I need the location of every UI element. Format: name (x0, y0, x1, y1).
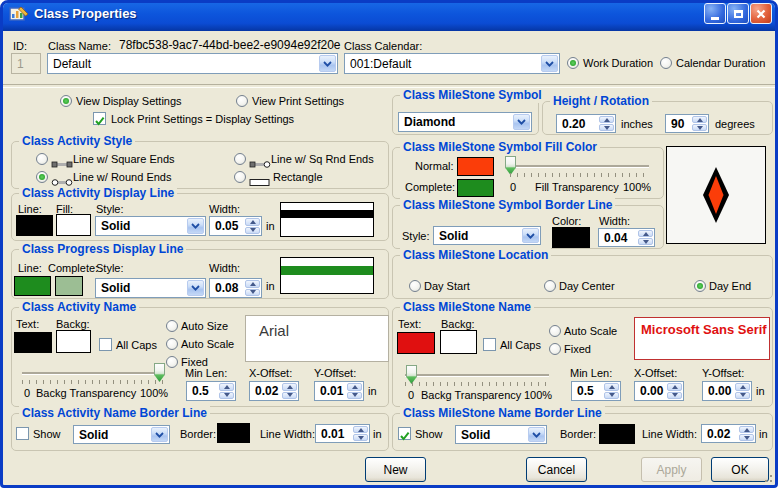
maximize-button[interactable] (727, 3, 749, 24)
new-button[interactable]: New (365, 457, 426, 482)
milestone-border-color-swatch[interactable] (552, 227, 590, 248)
show-border-checkbox[interactable] (398, 427, 411, 440)
milestone-symbol-dropdown[interactable]: Diamond (398, 112, 532, 132)
minimize-button[interactable] (704, 3, 726, 24)
spinner-down-icon[interactable] (245, 227, 260, 235)
view-print-settings-radio[interactable] (236, 95, 248, 107)
show-border-checkbox[interactable] (16, 427, 29, 440)
progress-complete-color-swatch[interactable] (55, 276, 83, 296)
line-round-ends-radio[interactable] (36, 171, 48, 183)
fill-color-swatch[interactable] (56, 214, 91, 236)
lock-print-settings-label[interactable]: Lock Print Settings = Display Settings (111, 113, 294, 125)
min-len-spinner[interactable]: 0.5 (571, 381, 621, 401)
progress-style-dropdown[interactable]: Solid (95, 278, 206, 298)
line-sq-rnd-ends-label[interactable]: Line w/ Sq Rnd Ends (271, 153, 374, 165)
dropdown-arrow-icon[interactable] (319, 55, 336, 72)
min-len-spinner[interactable]: 0.5 (186, 381, 236, 401)
auto-scale-label[interactable]: Auto Scale (181, 338, 234, 350)
y-offset-spinner[interactable]: 0.01 (314, 381, 364, 401)
work-duration-radio[interactable] (567, 57, 579, 69)
calendar-duration-label[interactable]: Calendar Duration (676, 57, 765, 69)
spinner-up-icon[interactable] (735, 383, 750, 391)
close-button[interactable] (750, 3, 772, 24)
line-round-ends-label[interactable]: Line w/ Round Ends (73, 171, 171, 183)
lock-print-settings-checkbox[interactable] (93, 112, 106, 125)
spinner-down-icon[interactable] (245, 289, 260, 297)
spinner-up-icon[interactable] (638, 230, 653, 237)
x-offset-spinner[interactable]: 0.00 (634, 381, 684, 401)
spinner-down-icon[interactable] (604, 392, 619, 400)
milestone-border-width-spinner[interactable]: 0.04 (598, 228, 655, 247)
spinner-down-icon[interactable] (735, 392, 750, 400)
day-start-radio[interactable] (409, 280, 421, 292)
spinner-up-icon[interactable] (347, 383, 362, 391)
x-offset-spinner[interactable]: 0.02 (249, 381, 299, 401)
spinner-down-icon[interactable] (219, 392, 234, 400)
dropdown-arrow-icon[interactable] (528, 427, 545, 442)
fixed-radio[interactable] (166, 356, 178, 368)
fixed-label[interactable]: Fixed (564, 343, 591, 355)
auto-size-label[interactable]: Auto Size (181, 320, 228, 332)
border-color-swatch[interactable] (599, 424, 635, 444)
line-sq-rnd-ends-radio[interactable] (234, 153, 246, 165)
auto-scale-label[interactable]: Auto Scale (564, 325, 617, 337)
dropdown-arrow-icon[interactable] (541, 55, 558, 72)
line-square-ends-label[interactable]: Line w/ Square Ends (73, 153, 175, 165)
rectangle-radio[interactable] (234, 171, 246, 183)
line-color-swatch[interactable] (16, 215, 53, 236)
border-color-swatch[interactable] (217, 423, 250, 443)
fixed-radio[interactable] (549, 343, 561, 355)
border-line-width-spinner[interactable]: 0.02 (701, 424, 756, 443)
cancel-button[interactable]: Cancel (526, 457, 587, 482)
view-display-settings-radio[interactable] (60, 95, 72, 107)
class-name-dropdown[interactable]: Default (47, 53, 338, 74)
border-line-width-spinner[interactable]: 0.01 (315, 424, 370, 443)
text-color-swatch[interactable] (397, 332, 435, 354)
backg-color-swatch[interactable] (56, 330, 91, 353)
spinner-up-icon[interactable] (604, 383, 619, 391)
fill-transparency-slider-track[interactable] (507, 165, 649, 167)
rotation-spinner[interactable]: 90 (665, 114, 709, 133)
normal-fill-swatch[interactable] (457, 157, 494, 176)
progress-line-color-swatch[interactable] (14, 276, 51, 296)
auto-scale-radio[interactable] (166, 338, 178, 350)
height-spinner[interactable]: 0.20 (556, 114, 616, 133)
spinner-down-icon[interactable] (347, 392, 362, 400)
spinner-up-icon[interactable] (353, 426, 368, 433)
border-style-dropdown[interactable]: Solid (455, 425, 547, 444)
show-label[interactable]: Show (33, 428, 61, 440)
day-start-label[interactable]: Day Start (424, 280, 470, 292)
spinner-up-icon[interactable] (282, 383, 297, 391)
progress-width-spinner[interactable]: 0.08 (209, 278, 262, 298)
all-caps-label[interactable]: All Caps (500, 339, 541, 351)
spinner-down-icon[interactable] (638, 238, 653, 245)
day-center-radio[interactable] (544, 280, 556, 292)
line-style-dropdown[interactable]: Solid (95, 216, 206, 236)
border-style-dropdown[interactable]: Solid (73, 425, 170, 444)
spinner-down-icon[interactable] (599, 124, 614, 131)
spinner-down-icon[interactable] (353, 434, 368, 441)
backg-transparency-slider-track[interactable] (405, 374, 549, 376)
dropdown-arrow-icon[interactable] (513, 114, 530, 130)
spinner-down-icon[interactable] (692, 124, 707, 131)
show-label[interactable]: Show (415, 428, 443, 440)
all-caps-checkbox[interactable] (99, 338, 112, 351)
rectangle-label[interactable]: Rectangle (273, 171, 323, 183)
auto-scale-radio[interactable] (549, 325, 561, 337)
dropdown-arrow-icon[interactable] (187, 280, 204, 296)
view-display-settings-label[interactable]: View Display Settings (76, 95, 182, 107)
auto-size-radio[interactable] (166, 320, 178, 332)
all-caps-label[interactable]: All Caps (116, 339, 157, 351)
spinner-down-icon[interactable] (282, 392, 297, 400)
milestone-border-style-dropdown[interactable]: Solid (433, 226, 541, 245)
day-end-radio[interactable] (694, 280, 706, 292)
complete-fill-swatch[interactable] (457, 179, 494, 197)
dropdown-arrow-icon[interactable] (522, 228, 539, 243)
calendar-duration-radio[interactable] (660, 57, 672, 69)
line-square-ends-radio[interactable] (36, 153, 48, 165)
backg-color-swatch[interactable] (440, 330, 477, 354)
spinner-up-icon[interactable] (692, 116, 707, 123)
title-bar[interactable]: Class Properties (0, 0, 778, 31)
line-width-spinner[interactable]: 0.05 (209, 216, 262, 236)
spinner-down-icon[interactable] (667, 392, 682, 400)
